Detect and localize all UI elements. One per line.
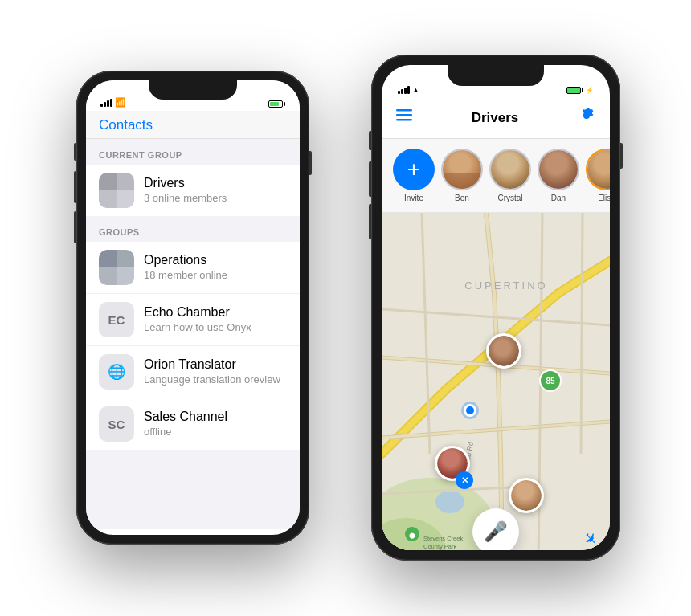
map-pin-person1 [486, 333, 521, 369]
left-notch [149, 80, 237, 100]
invite-label: Invite [404, 194, 423, 202]
map-container[interactable]: Bubb Rd CUPERTINO Stevens Creek County P… [382, 213, 610, 550]
echo-chamber-subtitle: Learn how to use Onyx [144, 321, 287, 335]
ops-cell-3 [99, 267, 117, 285]
left-power-button [369, 131, 371, 150]
elise-avatar [586, 149, 610, 190]
left-volume-up [369, 161, 371, 197]
signal-bar-3 [107, 100, 109, 107]
operations-avatar [99, 250, 134, 285]
ops-cell-4 [117, 267, 134, 285]
groups-section: Operations 18 member online EC Echo Cham… [86, 242, 300, 450]
elise-member[interactable]: Elise [586, 149, 610, 202]
right-wifi-icon: ▲ [412, 86, 419, 94]
contacts-content: CURRENT GROUP Drivers [86, 139, 300, 529]
ben-avatar [441, 149, 483, 190]
left-phone: 📶 Contacts CURRENT GROUP [76, 71, 309, 545]
members-row: + Invite Ben [382, 139, 610, 213]
user-location-dot [464, 404, 476, 417]
ben-member[interactable]: Ben [441, 149, 483, 202]
sales-channel-item[interactable]: SC Sales Channel offline [86, 398, 300, 450]
ops-cell-2 [117, 250, 134, 267]
sales-channel-avatar: SC [99, 406, 134, 442]
right-battery: ⚡ [566, 87, 594, 94]
scene: 📶 Contacts CURRENT GROUP [0, 0, 691, 616]
echo-chamber-name: Echo Chamber [144, 304, 287, 321]
map-close-button[interactable]: ✕ [456, 471, 473, 489]
left-status-icons [268, 100, 285, 108]
ben-label: Ben [455, 194, 469, 202]
map-svg: Bubb Rd CUPERTINO Stevens Creek County P… [382, 213, 610, 550]
orion-subtitle: Language translation oreview [144, 373, 287, 387]
operations-grid [99, 250, 134, 285]
left-volume-down [369, 204, 371, 239]
orion-text: Orion Translator Language translation or… [144, 357, 287, 387]
drivers-nav-title: Drivers [472, 110, 519, 126]
groups-header: GROUPS [86, 216, 300, 242]
right-signal-3 [404, 88, 407, 94]
right-signal-1 [398, 91, 400, 94]
echo-chamber-avatar: EC [99, 302, 134, 337]
battery-icon [268, 100, 285, 108]
left-status-time: 📶 [100, 97, 126, 108]
drivers-avatar [99, 173, 134, 208]
drivers-group-item[interactable]: Drivers 3 online members [86, 165, 300, 216]
invite-member[interactable]: + Invite [393, 149, 435, 202]
drivers-nav: Drivers [382, 97, 610, 139]
svg-rect-0 [396, 109, 412, 112]
gear-icon[interactable] [578, 107, 595, 129]
mosaic-cell-4 [117, 190, 134, 208]
svg-text:Stevens Creek: Stevens Creek [423, 535, 463, 542]
contacts-nav-title[interactable]: Contacts [99, 117, 153, 133]
sales-channel-subtitle: offline [144, 426, 287, 439]
highway-badge: 85 [539, 369, 562, 392]
echo-chamber-text: Echo Chamber Learn how to use Onyx [144, 304, 287, 335]
mic-button[interactable]: 🎤 [472, 508, 519, 550]
right-signal-2 [401, 89, 403, 94]
right-phone-screen: ▲ ⚡ Driv [382, 65, 610, 550]
crystal-member[interactable]: Crystal [489, 149, 531, 202]
mosaic-cell-3 [99, 190, 117, 208]
right-battery-fill [568, 88, 579, 92]
signal-bar-2 [104, 102, 106, 107]
svg-text:⬤: ⬤ [409, 532, 415, 539]
mosaic-cell-2 [117, 173, 134, 190]
invite-button[interactable]: + [393, 149, 435, 190]
right-phone: ▲ ⚡ Driv [371, 55, 620, 561]
orion-name: Orion Translator [144, 357, 287, 373]
operations-text: Operations 18 member online [144, 252, 287, 283]
left-phone-screen: 📶 Contacts CURRENT GROUP [86, 80, 300, 535]
operations-item[interactable]: Operations 18 member online [86, 242, 300, 294]
current-group-header: CURRENT GROUP [86, 139, 300, 165]
battery-body [268, 100, 283, 108]
ops-cell-1 [99, 250, 117, 267]
dan-member[interactable]: Dan [538, 149, 579, 202]
svg-rect-2 [396, 119, 412, 121]
right-battery-tip [582, 88, 583, 92]
charging-icon: ⚡ [586, 87, 594, 94]
map-pin-person3 [509, 478, 544, 513]
drivers-item-text: Drivers 3 online members [144, 175, 287, 206]
right-side-button [620, 143, 623, 169]
dan-label: Dan [551, 194, 566, 202]
right-notch [448, 65, 544, 86]
operations-subtitle: 18 member online [144, 269, 287, 283]
orion-avatar: 🌐 [99, 354, 134, 390]
battery-fill [270, 102, 279, 106]
wifi-icon: 📶 [115, 97, 126, 108]
crystal-avatar [489, 149, 531, 190]
signal-bars [100, 99, 112, 107]
right-signal-4 [407, 86, 410, 94]
orion-item[interactable]: 🌐 Orion Translator Language translation … [86, 346, 300, 398]
orion-icon: 🌐 [108, 363, 125, 381]
svg-text:CUPERTINO: CUPERTINO [464, 279, 547, 292]
highway-number: 85 [546, 377, 554, 386]
svg-text:County Park: County Park [423, 543, 457, 550]
signal-bar-1 [100, 104, 103, 107]
menu-icon[interactable] [396, 109, 412, 126]
echo-chamber-item[interactable]: EC Echo Chamber Learn how to use Onyx [86, 294, 300, 346]
dan-avatar [538, 149, 579, 190]
right-signal: ▲ [398, 86, 419, 94]
sales-channel-text: Sales Channel offline [144, 409, 287, 439]
signal-bar-4 [110, 99, 112, 107]
